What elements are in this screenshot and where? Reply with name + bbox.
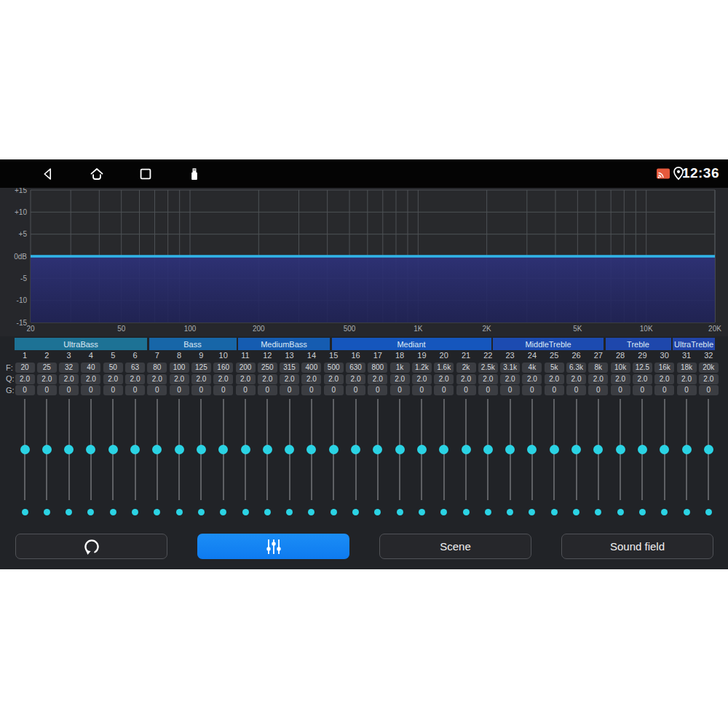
channel-dot[interactable] — [242, 509, 249, 515]
eq-slider-knob[interactable] — [417, 445, 427, 454]
channel-dot[interactable] — [440, 509, 447, 515]
eq-slider-knob[interactable] — [241, 445, 250, 454]
eq-slider-knob[interactable] — [571, 445, 581, 454]
eq-slider-knob[interactable] — [550, 445, 559, 454]
equalizer-button[interactable] — [197, 534, 349, 559]
channel-dot[interactable] — [286, 509, 293, 515]
gain-value: 0 — [500, 385, 520, 395]
eq-slider-knob[interactable] — [660, 445, 669, 454]
channel-dot[interactable] — [87, 509, 94, 515]
q-value: 2.0 — [390, 374, 410, 384]
channel-dot[interactable] — [419, 509, 425, 515]
eq-slider-knob[interactable] — [616, 445, 625, 454]
freq-value: 250 — [258, 363, 277, 373]
recents-icon[interactable] — [138, 166, 154, 182]
eq-slider-knob[interactable] — [218, 445, 228, 454]
channel-number: 19 — [411, 350, 432, 360]
eq-slider-knob[interactable] — [682, 445, 692, 454]
eq-slider-knob[interactable] — [42, 445, 52, 454]
channel-dot[interactable] — [132, 509, 138, 515]
channel-dot[interactable] — [374, 509, 381, 515]
eq-slider-knob[interactable] — [20, 445, 30, 454]
channel-dot[interactable] — [705, 509, 712, 515]
q-value: 2.0 — [478, 374, 498, 384]
eq-slider-knob[interactable] — [704, 445, 713, 454]
home-icon[interactable] — [89, 166, 105, 182]
channel-dot[interactable] — [198, 509, 205, 515]
eq-slider-knob[interactable] — [638, 445, 647, 454]
eq-slider-knob[interactable] — [483, 445, 493, 454]
reset-button[interactable] — [15, 534, 167, 559]
eq-slider-knob[interactable] — [285, 445, 294, 454]
channel-dot[interactable] — [529, 509, 535, 515]
y-tick-label: +5 — [19, 230, 28, 238]
eq-slider-knob[interactable] — [86, 445, 95, 454]
channel-dot[interactable] — [352, 509, 359, 515]
channel-dot[interactable] — [22, 509, 28, 515]
x-tick-label: 500 — [344, 325, 356, 333]
eq-slider-knob[interactable] — [505, 445, 515, 454]
channel-dot[interactable] — [264, 509, 271, 515]
channel-dot[interactable] — [220, 509, 226, 515]
channel-dot[interactable] — [573, 509, 579, 515]
channel-dot[interactable] — [639, 509, 646, 515]
freq-value: 2.5k — [478, 363, 498, 373]
eq-slider-knob[interactable] — [108, 445, 118, 454]
scene-button[interactable]: Scene — [379, 534, 531, 559]
eq-slider-knob[interactable] — [64, 445, 74, 454]
channel-dot[interactable] — [684, 509, 690, 515]
sound-field-button[interactable]: Sound field — [561, 534, 713, 559]
eq-slider-knob[interactable] — [329, 445, 339, 454]
eq-slider-knob[interactable] — [175, 445, 184, 454]
channel-dot[interactable] — [463, 509, 470, 515]
x-tick-label: 1K — [414, 325, 423, 333]
channel-dot[interactable] — [507, 509, 513, 515]
eq-slider-knob[interactable] — [439, 445, 448, 454]
freq-value: 50 — [103, 363, 123, 373]
channel-dot[interactable] — [485, 509, 491, 515]
channel-dot[interactable] — [110, 509, 116, 515]
freq-value: 5k — [545, 363, 564, 373]
channel-dot[interactable] — [551, 509, 558, 515]
channel-dot[interactable] — [397, 509, 403, 515]
channel-dot[interactable] — [661, 509, 668, 515]
eq-slider-knob[interactable] — [306, 445, 316, 454]
freq-value: 400 — [301, 363, 321, 373]
gain-value: 0 — [545, 385, 564, 395]
eq-slider-knob[interactable] — [130, 445, 140, 454]
channel-dot[interactable] — [308, 509, 314, 515]
channel-number: 3 — [58, 350, 80, 360]
eq-slider-knob[interactable] — [593, 445, 603, 454]
back-icon[interactable] — [40, 166, 56, 182]
channel-dot[interactable] — [617, 509, 624, 515]
eq-slider-knob[interactable] — [373, 445, 382, 454]
equalizer-screen: 12:36 +15+10+50dB-5-10-1520501002005001K… — [0, 159, 728, 569]
x-tick-label: 20 — [26, 325, 35, 333]
channel-dot[interactable] — [154, 509, 160, 515]
channel-dot[interactable] — [595, 509, 601, 515]
freq-value: 1k — [390, 363, 410, 373]
gain-value: 0 — [346, 385, 365, 395]
eq-slider-knob[interactable] — [152, 445, 162, 454]
channel-number: 22 — [477, 350, 499, 360]
eq-slider-knob[interactable] — [197, 445, 206, 454]
channel-dot[interactable] — [331, 509, 337, 515]
channel-number: 4 — [80, 350, 102, 360]
eq-slider-knob[interactable] — [263, 445, 272, 454]
eq-slider-knob[interactable] — [351, 445, 360, 454]
channel-dot[interactable] — [44, 509, 50, 515]
freq-value: 80 — [147, 363, 167, 373]
channel-number: 31 — [676, 350, 697, 360]
y-tick-label: 0dB — [14, 253, 27, 261]
channel-dot[interactable] — [66, 509, 72, 515]
eq-slider-knob[interactable] — [527, 445, 537, 454]
freq-value: 32 — [59, 363, 79, 373]
q-value: 2.0 — [236, 374, 256, 384]
q-value: 2.0 — [59, 374, 79, 384]
eq-slider-knob[interactable] — [462, 445, 471, 454]
channel-dot[interactable] — [176, 509, 183, 515]
q-value: 2.0 — [368, 374, 387, 384]
eq-slider-knob[interactable] — [395, 445, 405, 454]
freq-value: 1.2k — [412, 363, 432, 373]
q-value: 2.0 — [37, 374, 57, 384]
